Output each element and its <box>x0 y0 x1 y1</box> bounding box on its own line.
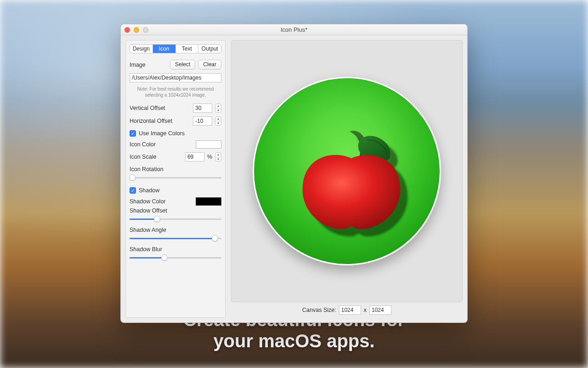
shadow-color-label: Shadow Color <box>130 198 166 205</box>
canvas-size-label: Canvas Size: <box>302 307 336 313</box>
apple-icon <box>298 130 405 231</box>
vertical-offset-stepper[interactable]: ▲▼ <box>215 104 221 113</box>
shadow-offset-slider[interactable] <box>130 215 221 223</box>
canvas-sep: x <box>364 307 367 313</box>
window-controls <box>124 27 148 33</box>
close-window-button[interactable] <box>124 27 130 33</box>
preview-panel: Canvas Size: 1024 x 1024 <box>231 40 463 318</box>
icon-scale-input[interactable]: 69 <box>185 152 204 161</box>
app-window: Icon Plus* Design Icon Text Output Image… <box>120 24 468 323</box>
vertical-offset-label: Vertical Offset <box>130 105 165 111</box>
tab-bar: Design Icon Text Output <box>130 44 221 53</box>
image-note: Note: For best results we recommend sele… <box>130 86 221 98</box>
shadow-color-swatch[interactable] <box>196 197 221 206</box>
tab-icon[interactable]: Icon <box>153 45 176 53</box>
icon-scale-stepper[interactable]: ▲▼ <box>215 152 221 161</box>
canvas-size-row: Canvas Size: 1024 x 1024 <box>231 302 463 318</box>
horizontal-offset-stepper[interactable]: ▲▼ <box>215 116 221 126</box>
use-image-colors-label: Use Image Colors <box>139 130 185 137</box>
window-title: Icon Plus* <box>121 26 467 33</box>
icon-preview <box>253 77 441 265</box>
shadow-blur-label: Shadow Blur <box>130 246 221 253</box>
icon-rotation-label: Icon Rotation <box>130 166 221 172</box>
icon-scale-unit: % <box>207 154 212 160</box>
controls-panel: Design Icon Text Output Image Select Cle… <box>125 40 226 318</box>
shadow-blur-slider[interactable] <box>130 253 221 262</box>
image-path-field[interactable]: /Users/Alex/Desktop/Images <box>130 73 221 82</box>
horizontal-offset-input[interactable]: -10 <box>193 116 212 126</box>
use-image-colors-checkbox[interactable]: ✓ <box>130 130 136 137</box>
horizontal-offset-label: Horizontal Offset <box>130 118 172 124</box>
minimize-window-button[interactable] <box>134 27 139 33</box>
canvas-width-input[interactable]: 1024 <box>339 305 361 315</box>
tab-design[interactable]: Design <box>130 45 153 53</box>
titlebar[interactable]: Icon Plus* <box>121 24 467 35</box>
shadow-checkbox[interactable]: ✓ <box>130 187 136 194</box>
image-label: Image <box>130 62 146 68</box>
clear-image-button[interactable]: Clear <box>198 60 221 69</box>
tab-output[interactable]: Output <box>198 45 221 53</box>
canvas-height-input[interactable]: 1024 <box>369 305 391 315</box>
icon-color-swatch[interactable] <box>196 140 221 149</box>
shadow-label: Shadow <box>139 187 159 194</box>
shadow-angle-label: Shadow Angle <box>130 227 221 233</box>
vertical-offset-input[interactable]: 30 <box>193 104 212 113</box>
shadow-offset-label: Shadow Offset <box>130 207 221 214</box>
shadow-angle-slider[interactable] <box>130 234 221 242</box>
select-image-button[interactable]: Select <box>170 60 195 69</box>
tab-text[interactable]: Text <box>176 45 199 53</box>
zoom-window-button[interactable] <box>143 27 148 33</box>
canvas-area <box>231 40 463 302</box>
icon-scale-label: Icon Scale <box>130 154 156 160</box>
icon-color-label: Icon Color <box>130 141 156 148</box>
icon-rotation-slider[interactable] <box>130 173 221 182</box>
